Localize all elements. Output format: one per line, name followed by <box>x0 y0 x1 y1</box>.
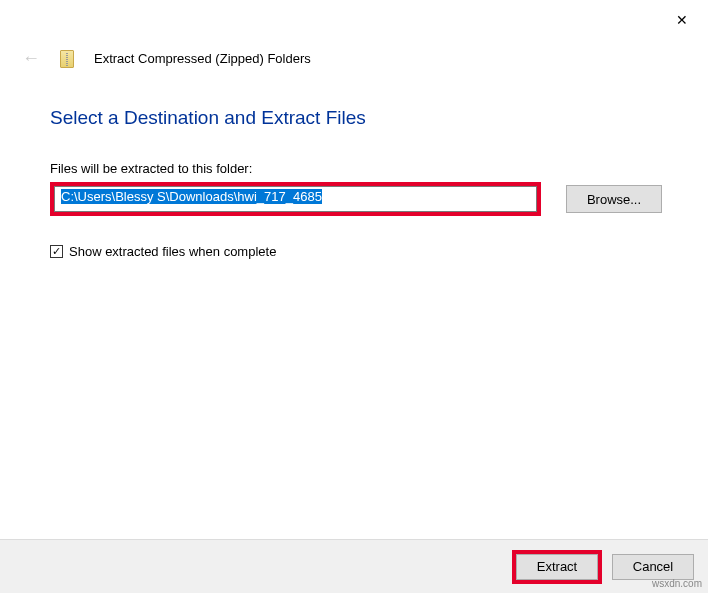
extract-button-highlight: Extract <box>512 550 602 584</box>
path-row: C:\Users\Blessy S\Downloads\hwi_717_4685… <box>50 182 658 216</box>
page-title: Select a Destination and Extract Files <box>50 107 658 129</box>
wizard-header: ← Extract Compressed (Zipped) Folders <box>0 0 708 69</box>
extract-button[interactable]: Extract <box>516 554 598 580</box>
back-arrow-icon: ← <box>22 48 40 69</box>
path-label: Files will be extracted to this folder: <box>50 161 658 176</box>
footer-bar: Extract Cancel <box>0 539 708 593</box>
browse-button[interactable]: Browse... <box>566 185 662 213</box>
show-files-checkbox[interactable]: ✓ <box>50 245 63 258</box>
content-area: Select a Destination and Extract Files F… <box>0 69 708 259</box>
header-title: Extract Compressed (Zipped) Folders <box>94 51 311 66</box>
show-files-checkbox-row[interactable]: ✓ Show extracted files when complete <box>50 244 658 259</box>
destination-path-input[interactable]: C:\Users\Blessy S\Downloads\hwi_717_4685 <box>54 186 537 212</box>
zip-folder-icon <box>60 50 74 68</box>
checkbox-label: Show extracted files when complete <box>69 244 276 259</box>
path-input-highlight: C:\Users\Blessy S\Downloads\hwi_717_4685 <box>50 182 541 216</box>
cancel-button[interactable]: Cancel <box>612 554 694 580</box>
close-icon[interactable]: ✕ <box>676 12 688 28</box>
